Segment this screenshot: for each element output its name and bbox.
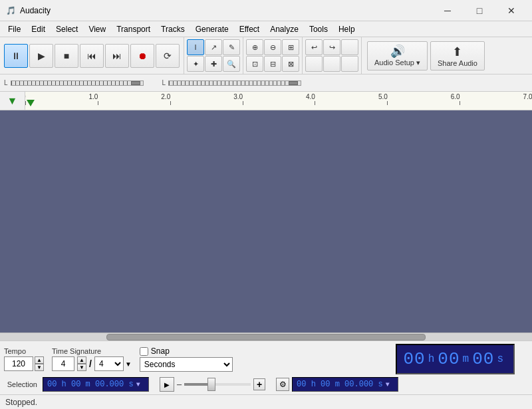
tempo-input-row: ▲ ▼ bbox=[4, 356, 44, 371]
playback-speed-slider[interactable] bbox=[184, 383, 251, 386]
share-audio-label: Share Audio bbox=[438, 59, 477, 67]
zoom-tog-btn[interactable]: ⊟ bbox=[264, 56, 281, 72]
tempo-label: Tempo bbox=[4, 347, 26, 355]
ruler-label-0: 0.0 bbox=[25, 93, 26, 100]
share-audio-icon: ⬆ bbox=[452, 45, 462, 59]
menu-bar: FileEditSelectViewTransportTracksGenerat… bbox=[0, 21, 532, 37]
scrollbar-thumb[interactable] bbox=[106, 334, 426, 341]
audio-setup-button[interactable]: 🔊 Audio Setup ▾ bbox=[367, 41, 428, 70]
tool-group: I ↗ ✎ ✦ ✚ 🔍 bbox=[187, 39, 240, 72]
next-button[interactable]: ⏭ bbox=[105, 44, 129, 68]
pause-button[interactable]: ⏸ bbox=[4, 44, 28, 68]
status-text: Stopped. bbox=[5, 398, 37, 407]
redo-btn[interactable]: ↪ bbox=[323, 39, 340, 55]
spacer4 bbox=[341, 56, 358, 72]
close-button[interactable]: ✕ bbox=[496, 1, 527, 21]
speed-plus-btn[interactable]: + bbox=[253, 378, 265, 390]
snap-checkbox-row: Snap bbox=[140, 346, 233, 356]
ruler-tick-5: 5.0 bbox=[387, 92, 388, 110]
menu-item-tools[interactable]: Tools bbox=[304, 21, 333, 37]
draw-tool[interactable]: ✎ bbox=[223, 39, 240, 55]
app-icon: 🎵 bbox=[5, 5, 16, 16]
loop-button[interactable]: ⟳ bbox=[156, 44, 180, 68]
menu-item-help[interactable]: Help bbox=[333, 21, 360, 37]
undo-toolbar: ↩ ↪ bbox=[303, 37, 362, 74]
menu-item-edit[interactable]: Edit bbox=[26, 21, 51, 37]
zoom-extra-btn[interactable]: ⊠ bbox=[282, 56, 299, 72]
menu-item-effect[interactable]: Effect bbox=[234, 21, 265, 37]
multi-tool[interactable]: ✚ bbox=[205, 56, 222, 72]
selection-label: Selection bbox=[4, 380, 37, 388]
selection-end-display: 00 h 00 m 00.000 s ▼ bbox=[292, 377, 398, 392]
input-label: L bbox=[4, 79, 8, 86]
undo-group: ↩ ↪ bbox=[305, 39, 358, 72]
zoom-group: ⊕ ⊖ ⊞ ⊡ ⊟ ⊠ bbox=[246, 39, 299, 72]
cursor-tool[interactable]: I bbox=[187, 39, 204, 55]
menu-item-generate[interactable]: Generate bbox=[190, 21, 234, 37]
envelope-tool[interactable]: ↗ bbox=[205, 39, 222, 55]
menu-item-tracks[interactable]: Tracks bbox=[156, 21, 190, 37]
menu-item-select[interactable]: Select bbox=[51, 21, 83, 37]
ruler-tick-3: 3.0 bbox=[243, 92, 243, 110]
time-h-label: h bbox=[428, 353, 436, 365]
ruler-label-4: 4.0 bbox=[306, 93, 315, 100]
tempo-input[interactable] bbox=[4, 356, 33, 371]
menu-item-file[interactable]: File bbox=[3, 21, 26, 37]
tempo-up[interactable]: ▲ bbox=[35, 356, 44, 364]
horizontal-scrollbar[interactable] bbox=[0, 333, 532, 341]
sel-end-dropdown-arrow: ▼ bbox=[386, 381, 390, 388]
stop-button[interactable]: ■ bbox=[55, 44, 78, 68]
ts-divider: / bbox=[89, 358, 92, 369]
transport-toolbar: ⏸ ▶ ■ ⏮ ⏭ ⏺ ⟳ bbox=[0, 37, 184, 74]
playback-row: ▶ ─ + bbox=[160, 377, 265, 392]
zoom-in-btn[interactable]: ⊕ bbox=[246, 39, 263, 55]
menu-item-transport[interactable]: Transport bbox=[111, 21, 156, 37]
output-meter: L bbox=[162, 79, 302, 86]
app-title: Audacity bbox=[20, 6, 432, 15]
numerator-up[interactable]: ▲ bbox=[77, 356, 86, 364]
selection-start: 00 h 00 m 00.000 s bbox=[47, 380, 134, 389]
ruler-tick-2: 2.0 bbox=[170, 92, 171, 110]
time-sig-denominator[interactable]: 2 4 8 16 bbox=[94, 356, 124, 371]
spacer3 bbox=[323, 56, 340, 72]
record-button[interactable]: ⏺ bbox=[130, 44, 154, 68]
tempo-group: Tempo ▲ ▼ bbox=[4, 347, 44, 371]
selection-gear-button[interactable]: ⚙ bbox=[276, 378, 289, 391]
zoom-out-btn[interactable]: ⊖ bbox=[264, 39, 281, 55]
ruler-tick-1: 1.0 bbox=[98, 92, 98, 110]
snap-group: Snap Seconds Milliseconds Minutes Beats … bbox=[140, 346, 233, 372]
menu-item-view[interactable]: View bbox=[83, 21, 111, 37]
play-button[interactable]: ▶ bbox=[29, 44, 53, 68]
playback-play-button[interactable]: ▶ bbox=[160, 377, 174, 392]
time-sig-row: ▲ ▼ / 2 4 8 16 ▼ bbox=[52, 356, 132, 371]
numerator-down[interactable]: ▼ bbox=[77, 364, 86, 371]
zoom-toolbar: ⊕ ⊖ ⊞ ⊡ ⊟ ⊠ bbox=[243, 37, 303, 74]
time-seconds: 00 bbox=[472, 349, 494, 369]
selection-start-display: 00 h 00 m 00.000 s ▼ bbox=[43, 377, 149, 392]
share-audio-button[interactable]: ⬆ Share Audio bbox=[430, 41, 485, 70]
snap-checkbox[interactable] bbox=[140, 347, 148, 356]
snap-unit-select[interactable]: Seconds Milliseconds Minutes Beats Bars bbox=[140, 357, 233, 372]
minimize-button[interactable]: ─ bbox=[432, 1, 463, 21]
ruler-tick-4: 4.0 bbox=[315, 92, 315, 110]
input-meter: L bbox=[4, 79, 144, 86]
ruler-label-2: 2.0 bbox=[161, 93, 170, 100]
time-sig-numerator[interactable] bbox=[52, 356, 74, 371]
tempo-down[interactable]: ▼ bbox=[35, 364, 44, 371]
undo-btn[interactable]: ↩ bbox=[305, 39, 323, 55]
zoom-sel-btn[interactable]: ⊡ bbox=[246, 56, 263, 72]
snap-label: Snap bbox=[151, 346, 170, 356]
ts-dropdown-arrow: ▼ bbox=[125, 360, 132, 368]
maximize-button[interactable]: □ bbox=[464, 1, 495, 21]
selection-end: 00 h 00 m 00.000 s bbox=[297, 380, 383, 389]
zoom-fit-btn[interactable]: ⊞ bbox=[282, 39, 299, 55]
window-controls: ─ □ ✕ bbox=[432, 1, 527, 21]
playhead-icon: ▼ bbox=[7, 95, 18, 107]
prev-button[interactable]: ⏮ bbox=[80, 44, 104, 68]
time-minutes: 00 bbox=[438, 349, 460, 369]
ruler-content[interactable]: 0.01.02.03.04.05.06.07.0 bbox=[25, 92, 532, 110]
pencil-tool[interactable]: ✦ bbox=[187, 56, 204, 72]
zoom-tool[interactable]: 🔍 bbox=[223, 56, 240, 72]
menu-item-analyze[interactable]: Analyze bbox=[265, 21, 304, 37]
ruler-label-7: 7.0 bbox=[523, 93, 532, 100]
